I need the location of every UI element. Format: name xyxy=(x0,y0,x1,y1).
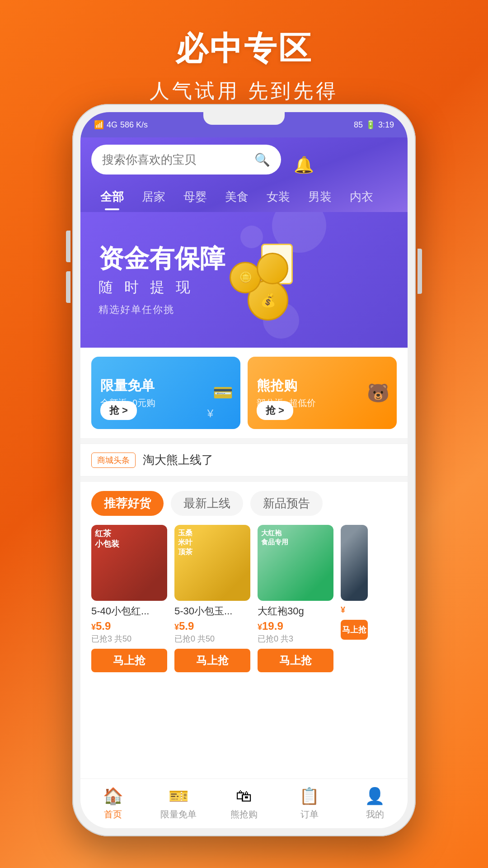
nav-label-mine: 我的 xyxy=(366,808,384,821)
product-card-2: 玉桑米叶顶茶 5-30小包玉... ¥5.9 已抢0 共50 马上抢 xyxy=(174,525,250,672)
network-icon: 📶 xyxy=(94,120,104,130)
promo-bear-btn[interactable]: 抢 > xyxy=(257,401,293,420)
promo-free-title: 限量免单 xyxy=(100,377,155,395)
divider-2 xyxy=(80,476,408,482)
product-img-3: 大红袍食品专用 xyxy=(258,525,333,601)
promo-card-free[interactable]: 限量免单 全额返, 0元购 抢 > 💳 ¥ xyxy=(91,357,240,429)
search-row: 🔍 🔔 xyxy=(91,145,397,185)
banner: 资金有保障 随 时 提 现 精选好单任你挑 📋 💰 🪙 xyxy=(80,212,408,348)
product-img-4 xyxy=(341,525,368,601)
promo-free-icon: 💳 xyxy=(213,383,233,402)
power-button xyxy=(418,249,422,294)
product-card-3: 大红袍食品专用 大红袍30g ¥19.9 已抢0 共3 马上抢 xyxy=(258,525,333,672)
search-icon: 🔍 xyxy=(254,152,270,167)
status-left: 📶 4G 586 K/s xyxy=(94,120,148,130)
product-card-4: ¥ 马上抢 xyxy=(341,525,368,672)
product-card-1: 红茶小包装 5-40小包红... ¥5.9 已抢3 共50 马上抢 xyxy=(91,525,167,672)
promo-bear-title: 熊抢购 xyxy=(257,377,316,395)
home-icon: 🏠 xyxy=(103,787,123,806)
product-price-1: ¥5.9 xyxy=(91,620,167,632)
coin-3 xyxy=(257,253,288,284)
banner-decoration: 📋 💰 🪙 xyxy=(225,239,315,321)
tab-all[interactable]: 全部 xyxy=(91,185,133,212)
free-icon: 🎫 xyxy=(169,787,189,806)
product-price-3: ¥19.9 xyxy=(258,620,333,632)
news-badge: 商城头条 xyxy=(91,453,136,468)
promo-card-bear[interactable]: 熊抢购 部分返, 超低价 抢 > 🐻 xyxy=(248,357,397,429)
bell-icon[interactable]: 🔔 xyxy=(294,156,314,175)
nav-item-free[interactable]: 🎫 限量免单 xyxy=(146,787,211,821)
filter-preview[interactable]: 新品预告 xyxy=(250,491,323,516)
search-input[interactable] xyxy=(102,153,249,167)
phone-screen: 📶 4G 586 K/s 85 🔋 3:19 🔍 xyxy=(80,112,408,828)
product-price-4: ¥ xyxy=(341,603,368,615)
product-img-label-3: 大红袍食品专用 xyxy=(261,528,288,546)
nav-item-bear[interactable]: 🛍 熊抢购 xyxy=(211,787,277,821)
tab-lingerie[interactable]: 内衣 xyxy=(341,185,382,212)
tab-women[interactable]: 女装 xyxy=(258,185,299,212)
nav-item-home[interactable]: 🏠 首页 xyxy=(80,787,146,821)
volume-up-button xyxy=(66,231,70,262)
product-img-label-2: 玉桑米叶顶茶 xyxy=(178,528,192,557)
product-img-1: 红茶小包装 xyxy=(91,525,167,601)
battery-level: 85 xyxy=(354,120,363,130)
volume-down-button xyxy=(66,271,70,303)
product-name-3: 大红袍30g xyxy=(258,604,333,618)
product-stock-3: 已抢0 共3 xyxy=(258,633,333,644)
nav-label-free: 限量免单 xyxy=(160,808,197,821)
banner-title: 资金有保障 xyxy=(99,243,225,274)
banner-small: 精选好单任你挑 xyxy=(99,303,225,316)
header-title: 必中专区 xyxy=(0,0,488,71)
banner-subtitle: 随 时 提 现 xyxy=(99,278,225,297)
filter-new[interactable]: 最新上线 xyxy=(171,491,243,516)
speed-indicator: 586 K/s xyxy=(120,120,148,130)
nav-tabs: 全部 居家 母婴 美食 女装 男装 内衣 xyxy=(91,185,397,212)
product-btn-2[interactable]: 马上抢 xyxy=(174,649,250,672)
bottom-nav: 🏠 首页 🎫 限量免单 🛍 熊抢购 📋 订单 👤 我的 xyxy=(80,778,408,828)
yuan-icon: ¥ xyxy=(207,407,213,420)
promo-row: 限量免单 全额返, 0元购 抢 > 💳 ¥ 熊抢购 部分返, 超低价 抢 > 🐻 xyxy=(80,348,408,438)
product-price-2: ¥5.9 xyxy=(174,620,250,632)
divider-1 xyxy=(80,438,408,443)
product-name-2: 5-30小包玉... xyxy=(174,604,250,618)
product-img-2: 玉桑米叶顶茶 xyxy=(174,525,250,601)
promo-free-btn[interactable]: 抢 > xyxy=(100,401,137,420)
product-stock-1: 已抢3 共50 xyxy=(91,633,167,644)
bear-nav-icon: 🛍 xyxy=(236,787,252,806)
product-btn-4[interactable]: 马上抢 xyxy=(341,620,368,640)
bear-icon: 🐻 xyxy=(367,382,389,404)
nav-item-mine[interactable]: 👤 我的 xyxy=(342,787,408,821)
nav-label-home: 首页 xyxy=(104,808,122,821)
product-stock-2: 已抢0 共50 xyxy=(174,633,250,644)
battery-icon: 🔋 xyxy=(366,120,375,130)
nav-label-bear: 熊抢购 xyxy=(230,808,258,821)
news-ticker: 商城头条 淘大熊上线了 xyxy=(80,443,408,476)
header-section: 🔍 🔔 全部 居家 母婴 美食 女装 男装 内衣 xyxy=(80,137,408,212)
search-bar[interactable]: 🔍 xyxy=(91,145,281,175)
tab-food[interactable]: 美食 xyxy=(216,185,258,212)
watermark-ita: iTA xyxy=(287,799,312,818)
product-grid: 红茶小包装 5-40小包红... ¥5.9 已抢3 共50 马上抢 玉桑米叶顶茶… xyxy=(80,525,408,681)
product-img-label-1: 红茶小包装 xyxy=(95,528,119,550)
product-name-1: 5-40小包红... xyxy=(91,604,167,618)
time-display: 3:19 xyxy=(378,120,394,130)
page-background: 必中专区 人气试用 先到先得 xyxy=(0,0,488,104)
tab-baby[interactable]: 母婴 xyxy=(174,185,216,212)
filter-recommended[interactable]: 推荐好货 xyxy=(91,491,164,516)
banner-text: 资金有保障 随 时 提 现 精选好单任你挑 xyxy=(99,243,225,316)
tab-home[interactable]: 居家 xyxy=(133,185,174,212)
filter-tabs: 推荐好货 最新上线 新品预告 xyxy=(80,482,408,525)
status-right: 85 🔋 3:19 xyxy=(354,120,394,130)
mine-icon: 👤 xyxy=(365,787,385,806)
network-type: 4G xyxy=(107,120,117,130)
news-text: 淘大熊上线了 xyxy=(143,452,213,468)
status-bar: 📶 4G 586 K/s 85 🔋 3:19 xyxy=(80,112,408,137)
phone-outer: 📶 4G 586 K/s 85 🔋 3:19 🔍 xyxy=(72,104,416,836)
header-subtitle: 人气试用 先到先得 xyxy=(0,78,488,104)
phone-mockup: 📶 4G 586 K/s 85 🔋 3:19 🔍 xyxy=(72,104,416,836)
notch xyxy=(203,112,285,125)
product-btn-1[interactable]: 马上抢 xyxy=(91,649,167,672)
tab-men[interactable]: 男装 xyxy=(299,185,341,212)
product-btn-3[interactable]: 马上抢 xyxy=(258,649,333,672)
